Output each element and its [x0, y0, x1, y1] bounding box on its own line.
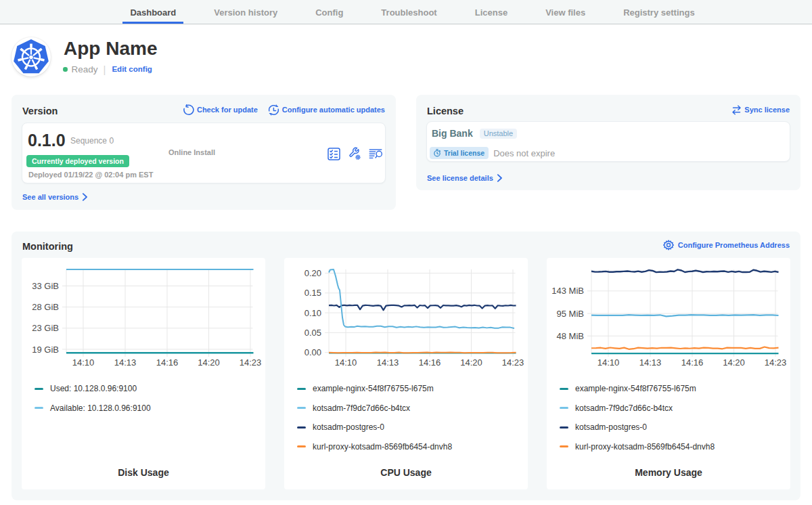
svg-text:19 GiB: 19 GiB [32, 345, 59, 355]
svg-text:33 GiB: 33 GiB [32, 281, 59, 291]
svg-text:14:13: 14:13 [114, 357, 137, 368]
svg-text:0.05: 0.05 [304, 328, 321, 338]
svg-text:14:16: 14:16 [419, 357, 441, 368]
svg-text:14:20: 14:20 [198, 357, 220, 368]
svg-text:23 GiB: 23 GiB [32, 323, 59, 333]
svg-text:14:13: 14:13 [639, 357, 662, 368]
svg-text:14:10: 14:10 [597, 357, 620, 368]
svg-text:0.15: 0.15 [304, 288, 321, 298]
svg-text:0.10: 0.10 [304, 308, 321, 318]
svg-text:14:10: 14:10 [335, 357, 357, 368]
svg-text:14:10: 14:10 [72, 357, 95, 368]
svg-text:28 GiB: 28 GiB [32, 302, 59, 312]
svg-text:14:16: 14:16 [681, 357, 704, 368]
svg-text:14:23: 14:23 [502, 357, 524, 368]
svg-text:0.20: 0.20 [304, 268, 321, 278]
svg-text:14:13: 14:13 [377, 357, 399, 368]
svg-text:14:16: 14:16 [156, 357, 179, 368]
svg-text:14:23: 14:23 [765, 357, 787, 368]
svg-text:95 MiB: 95 MiB [557, 309, 584, 319]
svg-text:48 MiB: 48 MiB [557, 331, 584, 341]
svg-text:14:20: 14:20 [460, 357, 482, 368]
svg-text:0.00: 0.00 [304, 347, 321, 357]
svg-text:14:20: 14:20 [723, 357, 745, 368]
svg-text:14:23: 14:23 [240, 357, 262, 368]
svg-text:143 MiB: 143 MiB [551, 286, 584, 296]
